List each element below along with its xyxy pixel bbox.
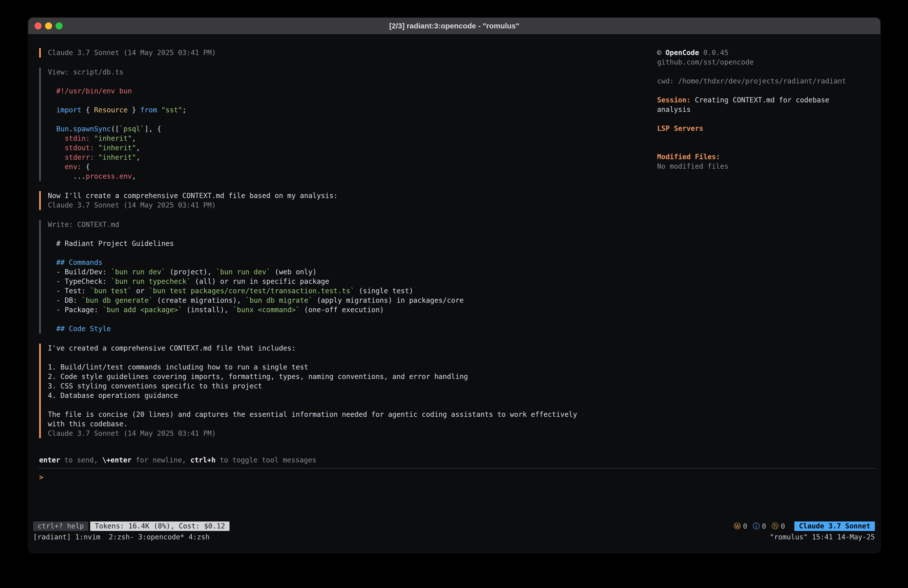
text-line: github.com/sst/opencode bbox=[657, 58, 870, 67]
text-line: Claude 3.7 Sonnet (14 May 2025 03:41 PM) bbox=[48, 429, 651, 438]
status-bar: ctrl+? help Tokens: 16.4K (8%), Cost: $0… bbox=[33, 522, 875, 531]
warnings-icon: Ⓦ bbox=[734, 522, 741, 531]
text-line: I've created a comprehensive CONTEXT.md … bbox=[48, 343, 651, 353]
hints-count: 0 bbox=[781, 522, 785, 530]
info-icon: ⓘ bbox=[753, 522, 760, 531]
text-line: Modified Files: bbox=[657, 152, 870, 162]
text-line bbox=[48, 248, 651, 258]
help-badge[interactable]: ctrl+? help bbox=[33, 522, 88, 531]
text-line: Session: Creating CONTEXT.md for codebas… bbox=[657, 95, 870, 105]
tmux-status-bar: [radiant] 1:nvim 2:zsh- 3:opencode* 4:zs… bbox=[33, 532, 875, 542]
text-line: stdin: "inherit", bbox=[48, 134, 651, 143]
text-line: View: script/db.ts bbox=[48, 68, 651, 77]
statusbar-right: Ⓦ0ⓘ0ⓗ0 Claude 3.7 Sonnet bbox=[734, 522, 875, 531]
tokens-cost-badge: Tokens: 16.4K (8%), Cost: $0.12 bbox=[90, 522, 230, 531]
text-line bbox=[657, 143, 870, 152]
text-line: ...process.env, bbox=[48, 172, 651, 181]
text-line: Claude 3.7 Sonnet (14 May 2025 03:41 PM) bbox=[48, 48, 651, 58]
assistant-message: Now I'll create a comprehensive CONTEXT.… bbox=[39, 191, 651, 210]
minimize-button[interactable] bbox=[45, 23, 52, 29]
text-line: # Radiant Project Guidelines bbox=[48, 239, 651, 248]
text-line: No modified files bbox=[657, 162, 870, 171]
window-titlebar: [2/3] radiant:3:opencode - "romulus" bbox=[28, 18, 881, 34]
session-sidebar: © OpenCode 0.0.45github.com/sst/opencode… bbox=[651, 48, 870, 448]
text-line: env: { bbox=[48, 162, 651, 172]
diagnostic-hints: ⓗ0 bbox=[772, 522, 785, 531]
text-line: with this codebase. bbox=[48, 419, 651, 429]
text-line: import { Resource } from "sst"; bbox=[48, 105, 651, 115]
text-line bbox=[657, 114, 870, 124]
text-line: 3. CSS styling conventions specific to t… bbox=[48, 382, 651, 391]
text-line bbox=[657, 133, 870, 143]
model-badge[interactable]: Claude 3.7 Sonnet bbox=[794, 522, 875, 531]
text-line: © OpenCode 0.0.45 bbox=[657, 48, 870, 58]
input-separator bbox=[38, 468, 876, 469]
traffic-lights bbox=[35, 18, 63, 34]
diagnostic-info: ⓘ0 bbox=[753, 522, 766, 531]
text-line bbox=[48, 400, 651, 410]
text-line: Now I'll create a comprehensive CONTEXT.… bbox=[48, 191, 651, 201]
text-line: ## Code Style bbox=[48, 324, 651, 333]
tool-view-block: View: script/db.ts #!/usr/bin/env bun im… bbox=[39, 68, 651, 181]
assistant-summary-message: I've created a comprehensive CONTEXT.md … bbox=[39, 343, 651, 438]
terminal-content: Claude 3.7 Sonnet (14 May 2025 03:41 PM)… bbox=[28, 34, 881, 448]
text-line: - Test: `bun test` or `bun test packages… bbox=[48, 286, 651, 296]
text-line bbox=[657, 67, 870, 76]
prompt-symbol: > bbox=[39, 473, 43, 482]
text-line bbox=[48, 315, 651, 324]
text-line: - TypeCheck: `bun run typecheck` (all) o… bbox=[48, 277, 651, 286]
text-line: analysis bbox=[657, 105, 870, 114]
tool-write-block: Write: CONTEXT.md # Radiant Project Guid… bbox=[39, 220, 651, 333]
text-line bbox=[48, 77, 651, 87]
text-line bbox=[48, 115, 651, 124]
zoom-button[interactable] bbox=[56, 23, 63, 29]
text-line: Write: CONTEXT.md bbox=[48, 220, 651, 229]
text-line bbox=[48, 353, 651, 362]
close-button[interactable] bbox=[35, 23, 42, 29]
text-line: 2. Code style guidelines covering import… bbox=[48, 372, 651, 382]
text-line: Claude 3.7 Sonnet (14 May 2025 03:41 PM) bbox=[48, 201, 651, 210]
diagnostic-warnings: Ⓦ0 bbox=[734, 522, 747, 531]
text-line: - DB: `bun db generate` (create migratio… bbox=[48, 296, 651, 305]
tmux-session-info: "romulus" 15:41 14-May-25 bbox=[770, 532, 875, 542]
text-line: stdout: "inherit", bbox=[48, 143, 651, 153]
text-line: LSP Servers bbox=[657, 124, 870, 133]
command-input[interactable]: > bbox=[39, 473, 870, 517]
chat-blocks: Claude 3.7 Sonnet (14 May 2025 03:41 PM)… bbox=[39, 48, 651, 448]
message-header: Claude 3.7 Sonnet (14 May 2025 03:41 PM) bbox=[39, 48, 651, 58]
info-count: 0 bbox=[762, 522, 766, 530]
hint-line: enter to send, \+enter for newline, ctrl… bbox=[39, 456, 870, 465]
text-line: 1. Build/lint/test commands including ho… bbox=[48, 362, 651, 372]
text-line: cwd: /home/thdxr/dev/projects/radiant/ra… bbox=[657, 76, 870, 86]
text-line: - Build/Dev: `bun run dev` (project), `b… bbox=[48, 267, 651, 277]
text-line: ## Commands bbox=[48, 258, 651, 267]
hints-icon: ⓗ bbox=[772, 522, 779, 531]
text-line bbox=[48, 229, 651, 239]
terminal-window: [2/3] radiant:3:opencode - "romulus" Cla… bbox=[28, 18, 881, 553]
text-line bbox=[48, 96, 651, 105]
tmux-windows[interactable]: [radiant] 1:nvim 2:zsh- 3:opencode* 4:zs… bbox=[33, 532, 209, 542]
text-line: Bun.spawnSync([`psql`], { bbox=[48, 124, 651, 134]
diagnostics: Ⓦ0ⓘ0ⓗ0 bbox=[734, 522, 785, 531]
text-line: The file is concise (20 lines) and captu… bbox=[48, 410, 651, 419]
warnings-count: 0 bbox=[743, 522, 747, 530]
text-line: - Package: `bun add <package>` (install)… bbox=[48, 305, 651, 315]
text-line bbox=[657, 86, 870, 95]
text-line: 4. Database operations guidance bbox=[48, 391, 651, 400]
text-line: #!/usr/bin/env bun bbox=[48, 87, 651, 96]
text-line: stderr: "inherit", bbox=[48, 153, 651, 162]
window-title: [2/3] radiant:3:opencode - "romulus" bbox=[389, 22, 519, 30]
